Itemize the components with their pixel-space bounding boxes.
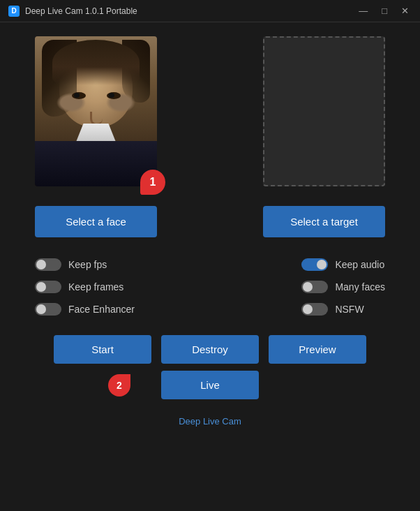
live-button[interactable]: Live [161, 371, 259, 399]
maximize-button[interactable]: □ [379, 6, 390, 16]
nsfw-toggle[interactable] [301, 303, 328, 316]
face-area: 1 [35, 36, 157, 186]
select-buttons-row: Select a face Select a target [35, 206, 385, 237]
face-enhancer-toggle[interactable] [35, 303, 61, 316]
keep-audio-knob [317, 260, 327, 269]
window-controls: — □ ✕ [356, 6, 412, 16]
many-faces-toggle[interactable] [301, 281, 328, 293]
action-buttons-row: Start Destroy Preview [35, 335, 385, 364]
face-enhancer-row: Face Enhancer [35, 303, 135, 316]
face-enhancer-knob [36, 304, 46, 314]
left-toggles: Keep fps Keep frames Face Enhancer [35, 258, 135, 316]
toggles-section: Keep fps Keep frames Face Enhancer [35, 258, 385, 316]
many-faces-knob [303, 282, 313, 292]
nsfw-row: NSFW [301, 303, 385, 316]
keep-fps-row: Keep fps [35, 258, 135, 271]
keep-fps-knob [36, 260, 46, 269]
close-button[interactable]: ✕ [398, 6, 412, 16]
face-image [35, 36, 157, 186]
keep-frames-knob [36, 282, 46, 292]
keep-fps-label: Keep fps [68, 259, 107, 270]
nsfw-knob [303, 304, 313, 314]
many-faces-row: Many faces [301, 281, 385, 293]
main-content: 1 Select a face Select a target Keep fps… [0, 22, 420, 440]
right-toggles: Keep audio Many faces NSFW [301, 258, 385, 316]
title-bar: D Deep Live Cam 1.0.1 Portable — □ ✕ [0, 0, 420, 22]
live-row: 2 Live [35, 371, 385, 399]
footer: Deep Live Cam [179, 416, 241, 427]
keep-audio-row: Keep audio [301, 258, 385, 271]
shirt [35, 141, 157, 186]
face-enhancer-label: Face Enhancer [68, 304, 135, 315]
keep-frames-label: Keep frames [68, 281, 123, 292]
keep-audio-label: Keep audio [335, 259, 384, 270]
top-section: 1 [35, 36, 385, 186]
badge-1: 1 [140, 170, 165, 195]
keep-frames-toggle[interactable] [35, 281, 61, 293]
destroy-button[interactable]: Destroy [161, 335, 259, 364]
eyes [35, 92, 157, 99]
select-face-button[interactable]: Select a face [35, 206, 157, 237]
keep-frames-row: Keep frames [35, 281, 135, 293]
many-faces-label: Many faces [335, 281, 385, 292]
keep-audio-toggle[interactable] [301, 258, 328, 271]
eye-right [107, 92, 121, 99]
keep-fps-toggle[interactable] [35, 258, 61, 271]
preview-button[interactable]: Preview [269, 335, 366, 364]
eye-left [72, 92, 86, 99]
select-target-button[interactable]: Select a target [263, 206, 385, 237]
start-button[interactable]: Start [54, 335, 151, 364]
nsfw-label: NSFW [335, 304, 363, 315]
app-title: Deep Live Cam 1.0.1 Portable [25, 6, 356, 16]
badge-2: 2 [108, 374, 130, 397]
app-icon: D [8, 6, 20, 17]
target-placeholder [263, 36, 385, 186]
minimize-button[interactable]: — [356, 6, 370, 16]
